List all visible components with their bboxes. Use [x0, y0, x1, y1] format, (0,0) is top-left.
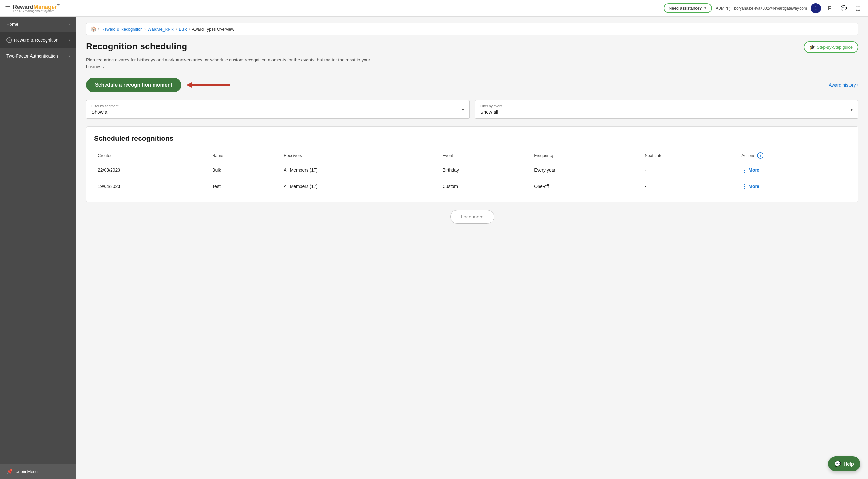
help-button[interactable]: 💬 Help: [828, 456, 860, 471]
logout-icon[interactable]: ⬚: [853, 3, 863, 13]
page-description: Plan recurring awards for birthdays and …: [86, 57, 373, 70]
hamburger-icon[interactable]: ☰: [5, 5, 10, 12]
logo-subtitle: The RG management system: [13, 9, 60, 13]
more-button-1[interactable]: ⋮ More: [742, 183, 759, 190]
sidebar-item-home[interactable]: Home ›: [0, 17, 76, 32]
filter-event-select[interactable]: Filter by event Show all ▼: [475, 100, 859, 119]
actions-info-icon[interactable]: i: [757, 152, 764, 159]
chevron-right-icon-2: ›: [69, 38, 70, 42]
more-dots-icon-0: ⋮: [742, 166, 747, 173]
breadcrumb-sep-2: ›: [176, 27, 177, 31]
breadcrumb-item-bulk[interactable]: Bulk: [179, 27, 187, 32]
sidebar-item-two-factor[interactable]: Two-Factor Authentication ›: [0, 49, 76, 64]
arrow-annotation: Schedule a recognition moment: [86, 78, 236, 92]
more-button-0[interactable]: ⋮ More: [742, 166, 759, 173]
sidebar: Home › ? Reward & Recognition › Two-Fact…: [0, 17, 76, 479]
sidebar-item-reward-recognition[interactable]: ? Reward & Recognition ›: [0, 32, 76, 49]
action-row: Schedule a recognition moment Award hist…: [86, 78, 859, 92]
cell-frequency-1: One-off: [530, 178, 641, 195]
shield-icon[interactable]: 🛡: [811, 3, 821, 13]
step-guide-button[interactable]: 🎓 Step-By-Step guide: [804, 41, 859, 53]
breadcrumb-item-award-types: Award Types Overview: [192, 27, 234, 32]
filters-row: Filter by segment Show all ▼ Filter by e…: [86, 100, 859, 119]
cell-name-1: Test: [208, 178, 280, 195]
layout: Home › ? Reward & Recognition › Two-Fact…: [0, 17, 868, 479]
user-email: boryana.beleva+002@rewardgateway.com: [734, 6, 807, 10]
scheduled-recognitions-section: Scheduled recognitions Created Name Rece…: [86, 126, 859, 202]
home-icon[interactable]: 🏠: [91, 26, 96, 32]
cell-next-date-1: -: [641, 178, 738, 195]
col-next-date: Next date: [641, 149, 738, 162]
unpin-label: Unpin Menu: [15, 469, 38, 474]
table-row: 22/03/2023 Bulk All Members (17) Birthda…: [94, 162, 850, 178]
assistance-label: Need assistance?: [669, 6, 702, 10]
cell-created-0: 22/03/2023: [94, 162, 208, 178]
breadcrumb-sep-0: ›: [98, 27, 99, 31]
cell-created-1: 19/04/2023: [94, 178, 208, 195]
cell-next-date-0: -: [641, 162, 738, 178]
guide-icon: 🎓: [809, 44, 815, 50]
cell-receivers-1: All Members (17): [280, 178, 438, 195]
breadcrumb-item-walkme[interactable]: WalkMe_RNR: [148, 27, 174, 32]
help-icon: 💬: [835, 461, 841, 467]
breadcrumb-sep-1: ›: [144, 27, 146, 31]
breadcrumb-sep-3: ›: [189, 27, 190, 31]
award-history-link[interactable]: Award history ›: [829, 83, 859, 88]
col-receivers: Receivers: [280, 149, 438, 162]
unpin-menu-bar[interactable]: 📌 Unpin Menu: [0, 464, 76, 479]
chevron-right-icon-3: ›: [69, 55, 70, 58]
topbar-left: ☰ RewardManager™ The RG management syste…: [5, 4, 60, 13]
filter-event-label: Filter by event: [480, 104, 853, 108]
cell-receivers-0: All Members (17): [280, 162, 438, 178]
filter-segment-select[interactable]: Filter by segment Show all ▼: [86, 100, 470, 119]
admin-label: ADMIN ): [716, 6, 730, 10]
assistance-button[interactable]: Need assistance? ▼: [664, 3, 712, 13]
table-row: 19/04/2023 Test All Members (17) Custom …: [94, 178, 850, 195]
breadcrumb-item-reward[interactable]: Reward & Recognition: [101, 27, 143, 32]
filter-event-value: Show all: [480, 109, 853, 115]
cell-event-1: Custom: [439, 178, 531, 195]
filter-segment-chevron: ▼: [461, 107, 465, 112]
topbar: ☰ RewardManager™ The RG management syste…: [0, 0, 868, 17]
recognitions-table: Created Name Receivers Event Frequency N…: [94, 149, 850, 194]
cell-event-0: Birthday: [439, 162, 531, 178]
cell-frequency-0: Every year: [530, 162, 641, 178]
breadcrumb: 🏠 › Reward & Recognition › WalkMe_RNR › …: [86, 23, 859, 35]
filter-event-chevron: ▼: [850, 107, 854, 112]
pin-icon: 📌: [6, 469, 13, 475]
monitor-icon[interactable]: 🖥: [825, 3, 835, 13]
page-title: Recognition scheduling: [86, 41, 187, 52]
main-content: 🏠 › Reward & Recognition › WalkMe_RNR › …: [76, 17, 868, 479]
page-header: Recognition scheduling 🎓 Step-By-Step gu…: [86, 41, 859, 53]
col-created: Created: [94, 149, 208, 162]
cell-actions-1: ⋮ More: [738, 178, 850, 195]
circle-question-icon: ?: [6, 37, 12, 43]
filter-segment-value: Show all: [91, 109, 464, 115]
topbar-right: Need assistance? ▼ ADMIN ) boryana.belev…: [664, 3, 863, 13]
col-frequency: Frequency: [530, 149, 641, 162]
load-more-row: Load more: [86, 210, 859, 224]
table-title: Scheduled recognitions: [94, 134, 850, 143]
red-arrow-annotation: [185, 79, 236, 91]
col-name: Name: [208, 149, 280, 162]
svg-marker-1: [186, 83, 191, 88]
load-more-button[interactable]: Load more: [450, 210, 494, 224]
col-event: Event: [439, 149, 531, 162]
logo: RewardManager™ The RG management system: [13, 4, 60, 13]
sidebar-item-inner: ? Reward & Recognition: [6, 37, 58, 43]
chevron-down-icon: ▼: [704, 6, 707, 10]
cell-name-0: Bulk: [208, 162, 280, 178]
more-dots-icon-1: ⋮: [742, 183, 747, 190]
chevron-right-icon: ›: [69, 23, 70, 26]
chat-icon[interactable]: 💬: [839, 3, 849, 13]
filter-segment-label: Filter by segment: [91, 104, 464, 108]
schedule-recognition-button[interactable]: Schedule a recognition moment: [86, 78, 181, 92]
col-actions: Actions i: [738, 149, 850, 162]
cell-actions-0: ⋮ More: [738, 162, 850, 178]
logo-tm: ™: [57, 4, 60, 7]
